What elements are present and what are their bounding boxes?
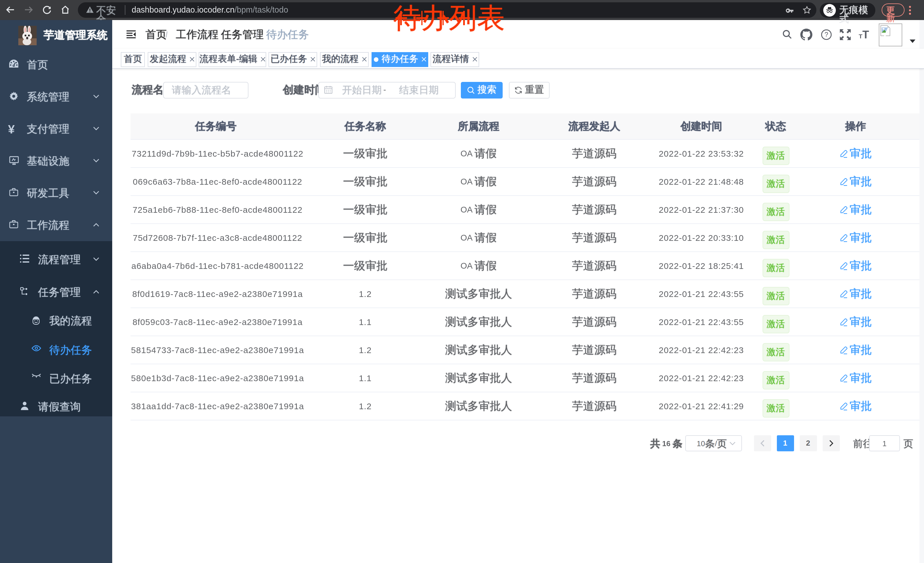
svg-text:?: ? bbox=[825, 31, 828, 38]
